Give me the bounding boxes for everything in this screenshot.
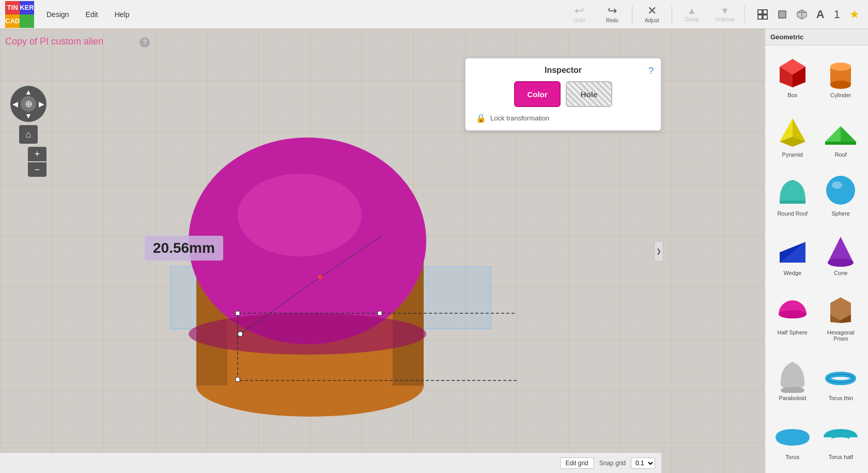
arrow-down: ▼: [25, 112, 32, 120]
shape-item-box[interactable]: Box: [769, 50, 816, 107]
shape-label-sphere: Sphere: [832, 210, 850, 217]
measurement-label: 20.56mm: [145, 236, 223, 261]
shape-item-cone[interactable]: Cone: [818, 227, 864, 285]
edit-grid-button[interactable]: Edit grid: [560, 457, 594, 469]
view-cube-icon[interactable]: [794, 6, 810, 23]
measurement-value: 20.56mm: [153, 240, 215, 256]
svg-marker-43: [841, 126, 856, 142]
svg-rect-2: [758, 15, 762, 19]
zoom-in-button[interactable]: +: [28, 147, 47, 161]
shape-item-torus-half[interactable]: Torus half: [818, 411, 864, 469]
logo-tin[interactable]: TIN: [5, 1, 20, 14]
shape-item-pyramid[interactable]: Pyramid: [769, 109, 816, 166]
ungroup-button[interactable]: ▼ Ungroup: [709, 2, 740, 27]
snap-select[interactable]: 0.1 0.5 1.0: [631, 457, 655, 469]
separator-3: [745, 5, 745, 24]
group-label: Group: [685, 17, 699, 22]
shape-label-pyramid: Pyramid: [782, 151, 803, 158]
adjust-button[interactable]: ✕ Adjust: [637, 2, 668, 27]
help-badge[interactable]: ?: [140, 37, 150, 48]
svg-rect-0: [758, 10, 762, 14]
shape-label-round-roof: Round Roof: [777, 210, 808, 217]
undo-icon: ↩: [575, 5, 584, 17]
view-grid-icon[interactable]: [754, 6, 771, 23]
shape-label-torus-thin: Torus thin: [828, 395, 853, 401]
nav-menu: Design Edit Help: [38, 0, 138, 29]
shape-canvas-hex-prism: [823, 291, 859, 327]
hole-button[interactable]: Hole: [566, 81, 612, 107]
right-panel: Geometric BoxCylinderPyramidRoofRound Ro…: [765, 29, 868, 473]
shape-item-wedge[interactable]: Wedge: [769, 227, 816, 285]
shape-item-roof[interactable]: Roof: [818, 109, 864, 166]
collapse-panel-button[interactable]: ❯: [654, 241, 663, 262]
ungroup-icon: ▼: [720, 6, 730, 16]
panel-header: Geometric: [765, 29, 868, 45]
shape-canvas-wedge: [774, 232, 811, 268]
shape-canvas-torus-half: [823, 416, 859, 452]
nav-controls: ▲ ▼ ◀ ▶ ⊕ ⌂ + −: [10, 86, 47, 177]
star-icon[interactable]: ★: [846, 8, 863, 21]
shape-label-wedge: Wedge: [783, 270, 801, 276]
svg-rect-5: [779, 11, 785, 18]
nav-compass-center[interactable]: ⊕: [21, 96, 36, 112]
logo-dot: [20, 14, 34, 28]
adjust-label: Adjust: [645, 18, 659, 23]
shape-item-paraboloid[interactable]: Paraboloid: [769, 353, 816, 410]
lock-transformation[interactable]: 🔒 Lock transformation: [476, 113, 650, 123]
logo-ker[interactable]: KER: [20, 1, 34, 14]
shape-item-cylinder[interactable]: Cylinder: [818, 50, 864, 107]
svg-point-36: [830, 81, 851, 89]
viewport[interactable]: Copy of PI custom alien ? ▲ ▼ ◀ ▶ ⊕ ⌂ + …: [0, 29, 765, 473]
shape-item-torus[interactable]: Torus: [769, 411, 816, 469]
redo-button[interactable]: ↪ Redo: [597, 2, 628, 27]
nav-help[interactable]: Help: [106, 0, 138, 29]
svg-point-37: [830, 63, 851, 71]
shape-canvas-cylinder: [823, 54, 859, 90]
bottom-bar: Edit grid Snap grid 0.1 0.5 1.0: [0, 452, 661, 473]
nav-home-button[interactable]: ⌂: [19, 125, 38, 144]
shape-label-half-sphere: Half Sphere: [778, 329, 808, 335]
inspector-buttons: Color Hole: [476, 81, 650, 107]
arrow-left: ◀: [12, 100, 18, 108]
lock-label: Lock transformation: [490, 114, 549, 122]
svg-rect-41: [825, 142, 856, 145]
shape-canvas-pyramid: [774, 113, 811, 149]
shape-item-hex-prism[interactable]: Hexagonal Prism: [818, 287, 864, 350]
ungroup-label: Ungroup: [715, 17, 735, 22]
nav-zoom-group: + −: [19, 147, 47, 177]
svg-rect-3: [763, 15, 767, 19]
shape-item-round-roof[interactable]: Round Roof: [769, 168, 816, 225]
nav-edit[interactable]: Edit: [78, 0, 106, 29]
inspector-help[interactable]: ?: [648, 66, 654, 77]
logo[interactable]: TIN KER CAD: [5, 1, 32, 28]
group-button[interactable]: ▲ Group: [676, 2, 707, 27]
shape-item-sphere[interactable]: Sphere: [818, 168, 864, 225]
nav-design[interactable]: Design: [38, 0, 78, 29]
color-button[interactable]: Color: [514, 81, 561, 107]
shape-item-half-sphere[interactable]: Half Sphere: [769, 287, 816, 350]
num-icon[interactable]: 1: [831, 8, 843, 21]
topbar: TIN KER CAD Design Edit Help ↩ Undo ↪ Re…: [0, 0, 868, 29]
shape-label-hex-prism: Hexagonal Prism: [820, 329, 862, 342]
zoom-out-button[interactable]: −: [28, 162, 47, 177]
group-icon: ▲: [687, 6, 696, 16]
svg-marker-42: [825, 126, 841, 142]
svg-rect-44: [780, 201, 805, 204]
font-icon[interactable]: A: [813, 8, 828, 21]
nav-compass[interactable]: ▲ ▼ ◀ ▶ ⊕: [10, 86, 47, 122]
view-3d-icon[interactable]: [774, 6, 791, 23]
svg-point-20: [189, 313, 426, 355]
svg-point-50: [828, 258, 854, 267]
svg-rect-26: [378, 311, 382, 315]
logo-cad[interactable]: CAD: [5, 14, 20, 28]
shape-item-torus-thin[interactable]: Torus thin: [818, 353, 864, 410]
project-title[interactable]: Copy of PI custom alien: [5, 36, 103, 47]
undo-button[interactable]: ↩ Undo: [564, 2, 595, 27]
shape-label-torus: Torus: [785, 454, 799, 460]
svg-point-31: [238, 331, 243, 337]
separator-2: [672, 5, 672, 24]
svg-point-58: [780, 433, 805, 441]
inspector-panel: Inspector Color Hole 🔒 Lock transformati…: [465, 58, 661, 131]
svg-point-45: [826, 176, 855, 205]
svg-point-19: [238, 174, 362, 256]
